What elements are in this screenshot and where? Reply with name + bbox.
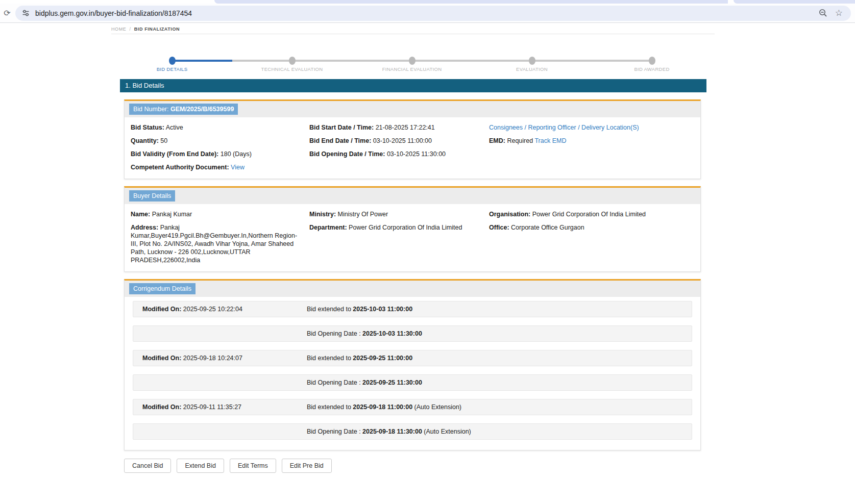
step-dot-bid-awarded[interactable] bbox=[649, 57, 655, 65]
bid-progress-stepper: BID DETAILS TECHNICAL EVALUATION FINANCI… bbox=[111, 34, 715, 79]
corrigendum-row: Modified On: 2025-09-18 10:24:07 Bid ext… bbox=[133, 350, 692, 366]
bid-details-col-1: Bid Status: Active Quantity: 50 Bid Vali… bbox=[131, 118, 309, 171]
breadcrumb-current: BID FINALIZATION bbox=[134, 27, 180, 32]
quantity-value: 50 bbox=[160, 137, 167, 144]
consignees-link[interactable]: Consignees / Reporting Officer / Deliver… bbox=[489, 124, 639, 131]
quantity-field: Quantity: 50 bbox=[131, 137, 309, 145]
bid-number-header: Bid Number: GEM/2025/B/6539599 bbox=[125, 101, 700, 117]
bid-opening-value: 03-10-2025 11:30:00 bbox=[387, 150, 446, 158]
buyer-col-3: Organisation: Power Grid Corporation Of … bbox=[489, 205, 694, 264]
step-dot-evaluation[interactable] bbox=[529, 57, 535, 65]
step-label-financial-evaluation[interactable]: FINANCIAL EVALUATION bbox=[366, 66, 458, 72]
bookmark-star-icon[interactable]: ☆ bbox=[835, 8, 843, 18]
corrigendum-row: Bid Opening Date : 2025-09-25 11:30:00 bbox=[133, 374, 692, 391]
url-text[interactable]: bidplus.gem.gov.in/buyer-bid-finalizatio… bbox=[35, 9, 818, 17]
corrigendum-row: Modified On: 2025-09-25 10:22:04 Bid ext… bbox=[133, 301, 692, 317]
department-value: Power Grid Corporation Of India Limited bbox=[349, 224, 462, 231]
buyer-col-1: Name: Pankaj Kumar Address: Pankaj Kumar… bbox=[131, 205, 309, 264]
browser-tab-strip bbox=[0, 0, 855, 4]
corrigendum-details-card: Corrigendum Details Modified On: 2025-09… bbox=[124, 279, 701, 450]
breadcrumb-home-link[interactable]: HOME bbox=[111, 27, 126, 32]
bid-start-value: 21-08-2025 17:22:41 bbox=[376, 124, 435, 131]
site-settings-icon[interactable] bbox=[21, 9, 30, 17]
corrigendum-header: Corrigendum Details bbox=[125, 281, 700, 297]
step-label-technical-evaluation[interactable]: TECHNICAL EVALUATION bbox=[246, 66, 338, 72]
bid-details-col-2: Bid Start Date / Time: 21-08-2025 17:22:… bbox=[309, 118, 489, 171]
step-dot-financial-evaluation[interactable] bbox=[409, 57, 416, 65]
bid-status-field: Bid Status: Active bbox=[131, 123, 309, 132]
bid-number-badge: Bid Number: GEM/2025/B/6539599 bbox=[129, 104, 238, 115]
bid-end-value: 03-10-2025 11:00:00 bbox=[373, 137, 432, 144]
bid-actions: Cancel Bid Extend Bid Edit Terms Edit Pr… bbox=[124, 459, 715, 473]
tab-strip-segment bbox=[214, 0, 728, 4]
emd-value: Required bbox=[507, 137, 533, 144]
breadcrumb-separator: / bbox=[130, 27, 131, 32]
track-emd-link[interactable]: Track EMD bbox=[534, 137, 566, 144]
address-bar[interactable]: bidplus.gem.gov.in/buyer-bid-finalizatio… bbox=[15, 6, 851, 21]
tab-strip-segment bbox=[734, 0, 855, 4]
buyer-address-field: Address: Pankaj Kumar,Buyer419.Pgcil.Bh@… bbox=[131, 223, 300, 264]
corrigendum-row: Bid Opening Date : 2025-10-03 11:30:00 bbox=[133, 325, 692, 342]
buyer-details-card: Buyer Details Name: Pankaj Kumar Address… bbox=[124, 186, 701, 272]
zoom-out-icon[interactable] bbox=[818, 8, 828, 18]
bid-details-col-3: Consignees / Reporting Officer / Deliver… bbox=[489, 118, 694, 171]
department-field: Department: Power Grid Corporation Of In… bbox=[309, 223, 489, 232]
corrigendum-badge: Corrigendum Details bbox=[129, 283, 196, 294]
stepper-progress bbox=[172, 60, 232, 62]
buyer-name-field: Name: Pankaj Kumar bbox=[131, 210, 309, 218]
organisation-field: Organisation: Power Grid Corporation Of … bbox=[489, 210, 694, 218]
buyer-details-badge: Buyer Details bbox=[129, 190, 175, 201]
bid-finalization-page: HOME / BID FINALIZATION BID DETAILS TECH… bbox=[0, 23, 855, 473]
bid-number-value: GEM/2025/B/6539599 bbox=[170, 106, 234, 113]
step-dot-bid-details[interactable] bbox=[169, 57, 176, 65]
bid-status-value: Active bbox=[166, 124, 183, 131]
buyer-col-2: Ministry: Ministry Of Power Department: … bbox=[309, 205, 489, 264]
section-title: 1. Bid Details bbox=[120, 79, 706, 92]
competent-authority-field: Competent Authority Document: View bbox=[131, 163, 309, 171]
ministry-value: Ministry Of Power bbox=[338, 211, 388, 218]
modified-on-value: 2025-09-25 10:22:04 bbox=[183, 306, 242, 313]
step-label-bid-awarded[interactable]: BID AWARDED bbox=[606, 66, 698, 72]
view-document-link[interactable]: View bbox=[231, 164, 245, 171]
organisation-value: Power Grid Corporation Of India Limited bbox=[532, 211, 646, 218]
corrigendum-row: Modified On: 2025-09-11 11:35:27 Bid ext… bbox=[133, 399, 692, 415]
extend-bid-button[interactable]: Extend Bid bbox=[177, 459, 224, 473]
bid-number-label: Bid Number: bbox=[133, 106, 168, 113]
cancel-bid-button[interactable]: Cancel Bid bbox=[124, 459, 171, 473]
office-value: Corporate Office Gurgaon bbox=[511, 224, 584, 231]
step-label-bid-details[interactable]: BID DETAILS bbox=[126, 66, 218, 72]
bid-details-card: Bid Number: GEM/2025/B/6539599 Bid Statu… bbox=[124, 99, 701, 179]
buyer-details-header: Buyer Details bbox=[125, 188, 700, 204]
step-label-evaluation[interactable]: EVALUATION bbox=[486, 66, 578, 72]
edit-pre-bid-button[interactable]: Edit Pre Bid bbox=[282, 459, 332, 473]
ministry-field: Ministry: Ministry Of Power bbox=[309, 210, 489, 218]
modified-on-value: 2025-09-18 10:24:07 bbox=[183, 355, 242, 362]
modified-on-value: 2025-09-11 11:35:27 bbox=[183, 404, 241, 411]
bid-start-field: Bid Start Date / Time: 21-08-2025 17:22:… bbox=[309, 123, 489, 132]
bid-validity-value: 180 (Days) bbox=[221, 150, 252, 158]
bid-opening-field: Bid Opening Date / Time: 03-10-2025 11:3… bbox=[309, 150, 489, 158]
bid-end-field: Bid End Date / Time: 03-10-2025 11:00:00 bbox=[309, 137, 489, 145]
buyer-name-value: Pankaj Kumar bbox=[152, 211, 192, 218]
edit-terms-button[interactable]: Edit Terms bbox=[230, 459, 276, 473]
corrigendum-row: Bid Opening Date : 2025-09-18 11:30:00 (… bbox=[133, 423, 692, 440]
step-dot-technical-evaluation[interactable] bbox=[289, 57, 296, 65]
bid-validity-field: Bid Validity (From End Date): 180 (Days) bbox=[131, 150, 309, 158]
breadcrumb: HOME / BID FINALIZATION bbox=[111, 23, 715, 34]
reload-icon[interactable]: ⟳ bbox=[0, 8, 14, 18]
office-field: Office: Corporate Office Gurgaon bbox=[489, 223, 694, 232]
browser-toolbar: ⟳ bidplus.gem.gov.in/buyer-bid-finalizat… bbox=[0, 4, 855, 23]
emd-field: EMD: Required Track EMD bbox=[489, 137, 694, 145]
